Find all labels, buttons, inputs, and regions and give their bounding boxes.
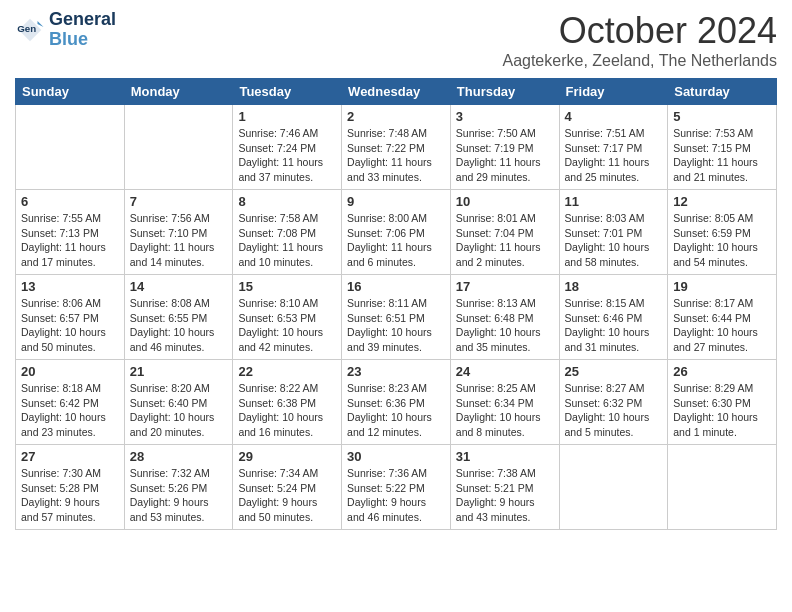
day-header-wednesday: Wednesday xyxy=(342,79,451,105)
day-number: 8 xyxy=(238,194,336,209)
day-number: 18 xyxy=(565,279,663,294)
day-info: Sunrise: 8:06 AM Sunset: 6:57 PM Dayligh… xyxy=(21,296,119,355)
day-number: 24 xyxy=(456,364,554,379)
calendar-cell: 29Sunrise: 7:34 AM Sunset: 5:24 PM Dayli… xyxy=(233,445,342,530)
day-info: Sunrise: 8:20 AM Sunset: 6:40 PM Dayligh… xyxy=(130,381,228,440)
calendar-cell: 22Sunrise: 8:22 AM Sunset: 6:38 PM Dayli… xyxy=(233,360,342,445)
week-row-5: 27Sunrise: 7:30 AM Sunset: 5:28 PM Dayli… xyxy=(16,445,777,530)
logo-line2: Blue xyxy=(49,29,88,49)
day-info: Sunrise: 8:29 AM Sunset: 6:30 PM Dayligh… xyxy=(673,381,771,440)
day-number: 5 xyxy=(673,109,771,124)
calendar-cell: 9Sunrise: 8:00 AM Sunset: 7:06 PM Daylig… xyxy=(342,190,451,275)
calendar-cell: 24Sunrise: 8:25 AM Sunset: 6:34 PM Dayli… xyxy=(450,360,559,445)
month-title: October 2024 xyxy=(502,10,777,52)
day-header-tuesday: Tuesday xyxy=(233,79,342,105)
calendar-cell: 27Sunrise: 7:30 AM Sunset: 5:28 PM Dayli… xyxy=(16,445,125,530)
logo-text: General Blue xyxy=(49,10,116,50)
calendar-cell: 10Sunrise: 8:01 AM Sunset: 7:04 PM Dayli… xyxy=(450,190,559,275)
day-info: Sunrise: 7:53 AM Sunset: 7:15 PM Dayligh… xyxy=(673,126,771,185)
day-number: 15 xyxy=(238,279,336,294)
day-number: 7 xyxy=(130,194,228,209)
day-number: 31 xyxy=(456,449,554,464)
day-number: 14 xyxy=(130,279,228,294)
days-header-row: SundayMondayTuesdayWednesdayThursdayFrid… xyxy=(16,79,777,105)
day-info: Sunrise: 8:01 AM Sunset: 7:04 PM Dayligh… xyxy=(456,211,554,270)
week-row-4: 20Sunrise: 8:18 AM Sunset: 6:42 PM Dayli… xyxy=(16,360,777,445)
logo-icon: Gen xyxy=(15,15,45,45)
day-number: 22 xyxy=(238,364,336,379)
calendar-cell: 26Sunrise: 8:29 AM Sunset: 6:30 PM Dayli… xyxy=(668,360,777,445)
day-header-sunday: Sunday xyxy=(16,79,125,105)
day-number: 11 xyxy=(565,194,663,209)
day-info: Sunrise: 8:13 AM Sunset: 6:48 PM Dayligh… xyxy=(456,296,554,355)
location-title: Aagtekerke, Zeeland, The Netherlands xyxy=(502,52,777,70)
day-info: Sunrise: 8:25 AM Sunset: 6:34 PM Dayligh… xyxy=(456,381,554,440)
day-info: Sunrise: 8:11 AM Sunset: 6:51 PM Dayligh… xyxy=(347,296,445,355)
calendar-cell: 4Sunrise: 7:51 AM Sunset: 7:17 PM Daylig… xyxy=(559,105,668,190)
day-number: 1 xyxy=(238,109,336,124)
day-info: Sunrise: 8:18 AM Sunset: 6:42 PM Dayligh… xyxy=(21,381,119,440)
day-info: Sunrise: 7:46 AM Sunset: 7:24 PM Dayligh… xyxy=(238,126,336,185)
calendar-cell: 25Sunrise: 8:27 AM Sunset: 6:32 PM Dayli… xyxy=(559,360,668,445)
calendar-cell: 14Sunrise: 8:08 AM Sunset: 6:55 PM Dayli… xyxy=(124,275,233,360)
day-number: 16 xyxy=(347,279,445,294)
calendar-cell: 7Sunrise: 7:56 AM Sunset: 7:10 PM Daylig… xyxy=(124,190,233,275)
day-number: 30 xyxy=(347,449,445,464)
calendar-cell: 21Sunrise: 8:20 AM Sunset: 6:40 PM Dayli… xyxy=(124,360,233,445)
calendar-cell: 12Sunrise: 8:05 AM Sunset: 6:59 PM Dayli… xyxy=(668,190,777,275)
calendar-cell xyxy=(668,445,777,530)
calendar-cell: 11Sunrise: 8:03 AM Sunset: 7:01 PM Dayli… xyxy=(559,190,668,275)
calendar-cell: 17Sunrise: 8:13 AM Sunset: 6:48 PM Dayli… xyxy=(450,275,559,360)
day-number: 17 xyxy=(456,279,554,294)
day-number: 10 xyxy=(456,194,554,209)
day-info: Sunrise: 8:05 AM Sunset: 6:59 PM Dayligh… xyxy=(673,211,771,270)
day-info: Sunrise: 8:03 AM Sunset: 7:01 PM Dayligh… xyxy=(565,211,663,270)
day-info: Sunrise: 8:15 AM Sunset: 6:46 PM Dayligh… xyxy=(565,296,663,355)
day-header-thursday: Thursday xyxy=(450,79,559,105)
calendar-cell: 28Sunrise: 7:32 AM Sunset: 5:26 PM Dayli… xyxy=(124,445,233,530)
calendar-cell xyxy=(559,445,668,530)
day-info: Sunrise: 8:10 AM Sunset: 6:53 PM Dayligh… xyxy=(238,296,336,355)
day-info: Sunrise: 7:58 AM Sunset: 7:08 PM Dayligh… xyxy=(238,211,336,270)
calendar-cell: 3Sunrise: 7:50 AM Sunset: 7:19 PM Daylig… xyxy=(450,105,559,190)
day-number: 19 xyxy=(673,279,771,294)
day-number: 25 xyxy=(565,364,663,379)
day-number: 6 xyxy=(21,194,119,209)
day-info: Sunrise: 8:00 AM Sunset: 7:06 PM Dayligh… xyxy=(347,211,445,270)
day-header-saturday: Saturday xyxy=(668,79,777,105)
calendar-cell: 2Sunrise: 7:48 AM Sunset: 7:22 PM Daylig… xyxy=(342,105,451,190)
header: Gen General Blue October 2024 Aagtekerke… xyxy=(15,10,777,70)
day-info: Sunrise: 7:55 AM Sunset: 7:13 PM Dayligh… xyxy=(21,211,119,270)
calendar-cell: 18Sunrise: 8:15 AM Sunset: 6:46 PM Dayli… xyxy=(559,275,668,360)
title-area: October 2024 Aagtekerke, Zeeland, The Ne… xyxy=(502,10,777,70)
calendar-cell: 8Sunrise: 7:58 AM Sunset: 7:08 PM Daylig… xyxy=(233,190,342,275)
day-info: Sunrise: 8:27 AM Sunset: 6:32 PM Dayligh… xyxy=(565,381,663,440)
day-info: Sunrise: 7:32 AM Sunset: 5:26 PM Dayligh… xyxy=(130,466,228,525)
day-info: Sunrise: 7:30 AM Sunset: 5:28 PM Dayligh… xyxy=(21,466,119,525)
calendar-cell: 30Sunrise: 7:36 AM Sunset: 5:22 PM Dayli… xyxy=(342,445,451,530)
day-info: Sunrise: 7:34 AM Sunset: 5:24 PM Dayligh… xyxy=(238,466,336,525)
calendar-cell: 16Sunrise: 8:11 AM Sunset: 6:51 PM Dayli… xyxy=(342,275,451,360)
calendar-cell: 19Sunrise: 8:17 AM Sunset: 6:44 PM Dayli… xyxy=(668,275,777,360)
week-row-2: 6Sunrise: 7:55 AM Sunset: 7:13 PM Daylig… xyxy=(16,190,777,275)
logo-line1: General xyxy=(49,10,116,30)
day-header-monday: Monday xyxy=(124,79,233,105)
day-number: 3 xyxy=(456,109,554,124)
day-info: Sunrise: 8:08 AM Sunset: 6:55 PM Dayligh… xyxy=(130,296,228,355)
calendar-cell: 15Sunrise: 8:10 AM Sunset: 6:53 PM Dayli… xyxy=(233,275,342,360)
calendar-cell: 31Sunrise: 7:38 AM Sunset: 5:21 PM Dayli… xyxy=(450,445,559,530)
day-number: 23 xyxy=(347,364,445,379)
day-number: 21 xyxy=(130,364,228,379)
day-number: 4 xyxy=(565,109,663,124)
day-info: Sunrise: 7:48 AM Sunset: 7:22 PM Dayligh… xyxy=(347,126,445,185)
page: Gen General Blue October 2024 Aagtekerke… xyxy=(0,0,792,540)
week-row-1: 1Sunrise: 7:46 AM Sunset: 7:24 PM Daylig… xyxy=(16,105,777,190)
day-info: Sunrise: 7:36 AM Sunset: 5:22 PM Dayligh… xyxy=(347,466,445,525)
day-number: 9 xyxy=(347,194,445,209)
calendar-cell xyxy=(124,105,233,190)
calendar-table: SundayMondayTuesdayWednesdayThursdayFrid… xyxy=(15,78,777,530)
logo: Gen General Blue xyxy=(15,10,116,50)
day-number: 2 xyxy=(347,109,445,124)
calendar-cell xyxy=(16,105,125,190)
svg-marker-3 xyxy=(38,21,44,27)
